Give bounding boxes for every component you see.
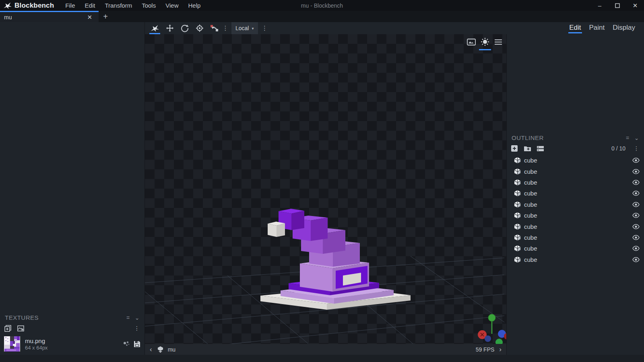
visibility-toggle[interactable]	[631, 180, 641, 185]
next-angle-button[interactable]: ›	[498, 346, 502, 354]
textures-panel: TEXTURES = ⌄	[0, 312, 144, 355]
add-cube-button[interactable]	[510, 144, 519, 152]
toolbar-menu-icon[interactable]: ⋮	[261, 25, 268, 32]
pivot-tool-button[interactable]	[192, 22, 207, 34]
outliner-row-cube[interactable]: cube	[507, 155, 644, 166]
cube-icon	[514, 201, 521, 208]
tab-edit[interactable]: Edit	[566, 23, 584, 33]
pivot-tool-icon	[196, 24, 204, 32]
tab-close-icon[interactable]: ✕	[85, 14, 95, 21]
visibility-toggle[interactable]	[631, 224, 641, 229]
add-group-icon	[524, 145, 531, 152]
scene-label[interactable]: mu	[168, 346, 175, 353]
visibility-toggle[interactable]	[631, 213, 641, 218]
list-view-icon	[537, 146, 544, 152]
import-texture-button[interactable]	[16, 324, 25, 332]
viewport-toolbar: ⋮ Local ▾ ⋮ Edit Paint Display	[145, 22, 644, 34]
visibility-toggle[interactable]	[631, 235, 641, 240]
maximize-button[interactable]	[609, 0, 626, 11]
rotate-tool-button[interactable]	[177, 22, 192, 34]
outliner-row-cube[interactable]: cube	[507, 177, 644, 188]
outliner-row-cube[interactable]: cube	[507, 254, 644, 265]
maximize-icon	[615, 3, 620, 8]
selection-counter: 0 / 10	[611, 145, 625, 152]
viewport-menu-button[interactable]	[494, 39, 502, 48]
new-tab-button[interactable]: +	[99, 11, 112, 22]
textures-menu-icon[interactable]: ⋮	[132, 325, 141, 331]
cube-icon	[514, 190, 521, 197]
texture-name: mu.png	[25, 337, 118, 344]
outliner-title: OUTLINER	[512, 134, 621, 141]
coordinate-space-dropdown[interactable]: Local ▾	[231, 22, 258, 34]
camera-angle-icon[interactable]	[157, 346, 164, 353]
outliner-row-cube[interactable]: cube	[507, 243, 644, 254]
project-tab[interactable]: mu ✕	[0, 11, 99, 22]
outliner-row-cube[interactable]: cube	[507, 232, 644, 243]
vertex-snap-tool-button[interactable]	[207, 22, 222, 34]
toggle-list-view-button[interactable]	[536, 144, 545, 152]
visibility-toggle[interactable]	[631, 202, 641, 207]
eye-icon	[632, 202, 640, 207]
right-panel: OUTLINER = ⌄	[506, 34, 644, 355]
particle-texture-icon[interactable]	[123, 341, 130, 347]
cube-icon	[514, 223, 521, 230]
viewport-bottom-bar: ‹ mu 59 FPS ›	[145, 344, 506, 355]
shading-toggle-button[interactable]	[481, 37, 489, 49]
cube-icon	[514, 234, 521, 241]
mode-tabs: Edit Paint Display	[566, 23, 644, 33]
eye-icon	[632, 191, 640, 196]
menu-item[interactable]: View	[161, 1, 182, 10]
panel-collapse-icon[interactable]: ⌄	[135, 315, 140, 321]
viewport-canvas[interactable]	[145, 34, 506, 344]
textures-header[interactable]: TEXTURES = ⌄	[0, 312, 144, 323]
select-tool-icon	[151, 25, 159, 32]
orientation-gizmo[interactable]	[478, 314, 506, 344]
outliner-row-cube[interactable]: cube	[507, 221, 644, 232]
outliner-menu-icon[interactable]: ⋮	[632, 145, 641, 152]
outliner-row-cube[interactable]: cube	[507, 210, 644, 221]
outliner-row-cube[interactable]: cube	[507, 199, 644, 210]
move-tool-button[interactable]	[162, 22, 177, 34]
background-image-button[interactable]	[467, 39, 476, 49]
menu-item[interactable]: Transform	[101, 1, 136, 10]
chevron-down-icon: ▾	[252, 26, 254, 31]
prev-angle-button[interactable]: ‹	[149, 346, 153, 354]
panel-collapse-icon[interactable]: ⌄	[634, 135, 639, 141]
add-group-button[interactable]	[523, 144, 532, 152]
visibility-toggle[interactable]	[631, 257, 641, 262]
menu-item[interactable]: File	[61, 1, 79, 10]
cube-label: cube	[524, 256, 628, 263]
cube-label: cube	[524, 223, 628, 230]
save-texture-icon[interactable]	[134, 341, 140, 348]
texture-thumbnail	[4, 336, 20, 352]
visibility-toggle[interactable]	[631, 169, 641, 174]
tool-overflow-icon[interactable]: ⋮	[222, 25, 229, 32]
add-texture-button[interactable]	[3, 324, 12, 332]
close-button[interactable]: ✕	[626, 0, 644, 11]
tab-display[interactable]: Display	[609, 23, 638, 33]
visibility-toggle[interactable]	[631, 158, 641, 163]
eye-icon	[632, 213, 640, 218]
outliner-header[interactable]: OUTLINER = ⌄	[507, 132, 644, 144]
outliner-row-cube[interactable]: cube	[507, 166, 644, 177]
vertex-snap-tool-icon	[210, 24, 219, 32]
visibility-toggle[interactable]	[631, 246, 641, 251]
menu-item[interactable]: Tools	[138, 1, 160, 10]
menu-item[interactable]: Edit	[81, 1, 99, 10]
panel-drag-icon[interactable]: =	[126, 315, 130, 321]
textures-title: TEXTURES	[5, 314, 122, 321]
tab-paint[interactable]: Paint	[586, 23, 608, 33]
eye-icon	[632, 224, 640, 229]
cube-label: cube	[524, 201, 628, 208]
visibility-toggle[interactable]	[631, 191, 641, 196]
fps-counter: 59 FPS	[476, 346, 495, 353]
minimize-button[interactable]: –	[591, 0, 609, 11]
texture-row[interactable]: mu.png 64 x 64px	[0, 335, 144, 353]
cube-label: cube	[524, 179, 628, 186]
panel-drag-icon[interactable]: =	[626, 135, 630, 141]
window-bottom-strip	[0, 355, 644, 362]
menu-item[interactable]: Help	[184, 1, 204, 10]
outliner-row-cube[interactable]: cube	[507, 188, 644, 199]
select-tool-button[interactable]	[147, 22, 162, 34]
coordinate-space-value: Local	[235, 25, 249, 31]
